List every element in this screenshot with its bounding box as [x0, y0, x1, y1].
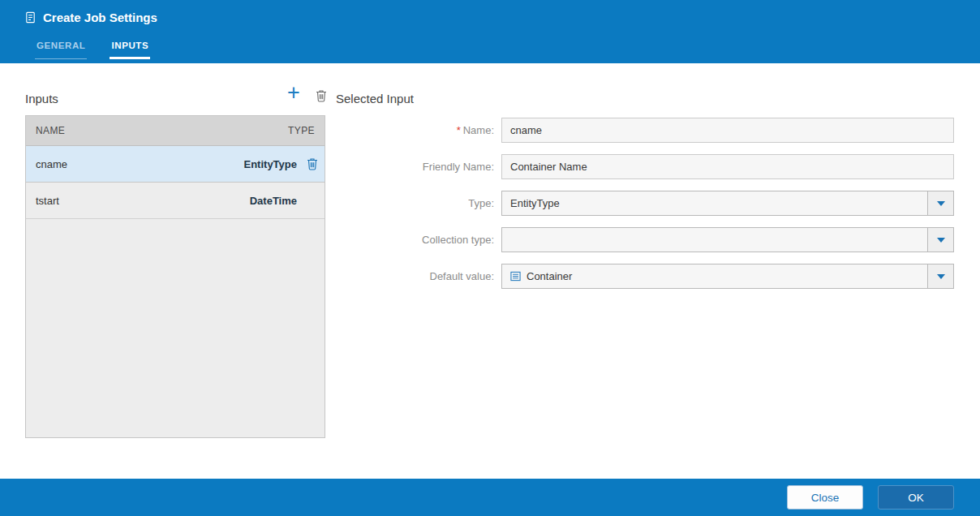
field-row-collection-type: Collection type: [336, 227, 954, 252]
list-icon [510, 271, 521, 282]
delete-input-icon[interactable] [316, 89, 327, 102]
chevron-down-icon [937, 238, 945, 243]
table-header-row: NAME TYPE [26, 116, 325, 146]
row-name-cell: tstart [36, 195, 250, 207]
create-job-settings-dialog: Create Job Settings GENERAL INPUTS Input… [0, 0, 980, 516]
friendly-name-input[interactable] [501, 154, 954, 179]
selected-input-title: Selected Input [336, 92, 414, 105]
table-row[interactable]: tstart DateTime [26, 183, 325, 219]
inputs-panel-title: Inputs [25, 92, 58, 105]
title-row: Create Job Settings [24, 11, 157, 24]
field-row-friendly-name: Friendly Name: [336, 154, 954, 179]
type-dropdown[interactable]: EntityType [501, 191, 954, 216]
type-field-label: Type: [336, 197, 501, 209]
chevron-down-icon [937, 201, 945, 206]
tab-bar: GENERAL INPUTS [35, 37, 150, 59]
default-value-dropdown-text: Container [527, 270, 572, 282]
table-row[interactable]: cname EntityType [26, 146, 325, 183]
collection-type-dropdown-button[interactable] [927, 228, 953, 252]
dialog-footer: Close OK [0, 479, 980, 516]
collection-type-field-label: Collection type: [336, 234, 501, 246]
chevron-down-icon [937, 274, 945, 279]
inputs-table: NAME TYPE cname EntityType tstart DateTi… [25, 115, 325, 438]
field-row-name: *Name: [336, 118, 954, 143]
row-name-cell: cname [36, 158, 244, 170]
row-trash-icon[interactable] [307, 157, 318, 170]
name-input[interactable] [501, 118, 954, 143]
default-value-dropdown[interactable]: Container [501, 264, 954, 289]
close-button[interactable]: Close [787, 485, 863, 510]
collection-type-dropdown[interactable] [501, 227, 954, 252]
row-type-cell: DateTime [250, 195, 297, 207]
document-icon [24, 11, 37, 24]
tab-general[interactable]: GENERAL [35, 37, 87, 59]
dialog-title: Create Job Settings [43, 11, 157, 24]
collection-type-dropdown-value [502, 228, 927, 252]
column-header-name: NAME [36, 125, 288, 136]
default-value-dropdown-button[interactable] [927, 264, 953, 288]
tab-inputs[interactable]: INPUTS [110, 37, 150, 59]
column-header-type: TYPE [288, 125, 315, 136]
required-marker: * [457, 124, 461, 136]
row-type-cell: EntityType [244, 158, 298, 170]
field-row-default-value: Default value: Container [336, 264, 954, 289]
type-dropdown-value: EntityType [502, 191, 927, 215]
friendly-name-field-label: Friendly Name: [336, 161, 501, 173]
selected-input-form: *Name: Friendly Name: Type: EntityType C… [336, 118, 954, 300]
type-dropdown-button[interactable] [927, 191, 953, 215]
add-input-icon[interactable]: + [287, 82, 300, 104]
field-row-type: Type: EntityType [336, 191, 954, 216]
name-field-label: Name: [463, 124, 494, 136]
dialog-header: Create Job Settings GENERAL INPUTS [0, 0, 980, 63]
default-value-field-label: Default value: [336, 270, 501, 282]
ok-button[interactable]: OK [878, 485, 954, 510]
